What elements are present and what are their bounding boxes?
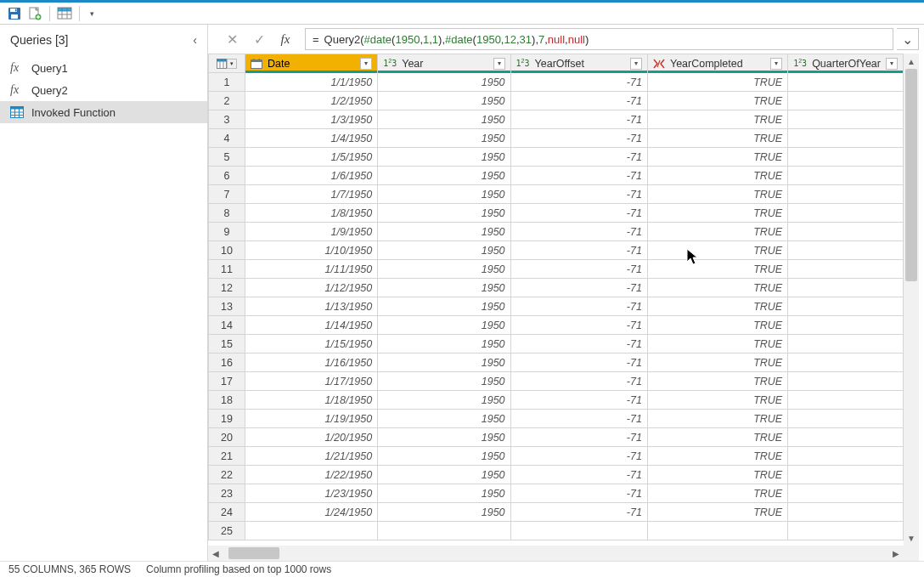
- cell-quarterofyear[interactable]: [788, 354, 904, 372]
- formula-cancel-button[interactable]: ✕: [220, 28, 244, 50]
- cell-year[interactable]: 1950: [378, 241, 510, 260]
- cell-yearcompleted[interactable]: TRUE: [647, 223, 787, 241]
- cell-yearcompleted[interactable]: TRUE: [647, 260, 787, 279]
- cell-yearcompleted[interactable]: TRUE: [647, 129, 787, 148]
- cell-yearoffset[interactable]: -71: [510, 92, 647, 110]
- cell-yearoffset[interactable]: -71: [510, 129, 647, 148]
- table-row[interactable]: 111/11/19501950-71TRUE: [209, 260, 904, 279]
- enter-data-button[interactable]: [55, 5, 74, 22]
- query-item-query2[interactable]: fxQuery2: [0, 79, 207, 101]
- cell-quarterofyear[interactable]: [788, 372, 904, 391]
- cell-yearoffset[interactable]: -71: [510, 466, 647, 484]
- cell-yearoffset[interactable]: -71: [510, 484, 647, 503]
- cell-date[interactable]: 1/1/1950: [245, 73, 378, 92]
- cell-yearcompleted[interactable]: [647, 522, 787, 540]
- cell-quarterofyear[interactable]: [788, 410, 904, 428]
- cell-quarterofyear[interactable]: [788, 484, 904, 503]
- cell-yearcompleted[interactable]: TRUE: [647, 148, 787, 167]
- row-index[interactable]: 6: [209, 167, 245, 185]
- cell-year[interactable]: 1950: [378, 391, 510, 410]
- table-row[interactable]: 191/19/19501950-71TRUE: [209, 410, 904, 428]
- row-index[interactable]: 16: [209, 354, 245, 372]
- formula-input[interactable]: = Query2(#date(1950, 1, 1), #date(1950, …: [305, 28, 893, 50]
- table-row[interactable]: 91/9/19501950-71TRUE: [209, 223, 904, 241]
- cell-year[interactable]: 1950: [378, 73, 510, 92]
- cell-yearcompleted[interactable]: TRUE: [647, 92, 787, 110]
- table-row[interactable]: 241/24/19501950-71TRUE: [209, 503, 904, 522]
- cell-date[interactable]: 1/19/1950: [245, 410, 378, 428]
- table-row[interactable]: 31/3/19501950-71TRUE: [209, 110, 904, 129]
- row-index[interactable]: 2: [209, 92, 245, 110]
- cell-year[interactable]: 1950: [378, 260, 510, 279]
- cell-quarterofyear[interactable]: [788, 316, 904, 335]
- cell-quarterofyear[interactable]: [788, 279, 904, 297]
- cell-yearcompleted[interactable]: TRUE: [647, 503, 787, 522]
- status-profiling[interactable]: Column profiling based on top 1000 rows: [146, 563, 331, 575]
- cell-year[interactable]: 1950: [378, 297, 510, 316]
- cell-yearoffset[interactable]: -71: [510, 260, 647, 279]
- table-row[interactable]: 25: [209, 522, 904, 540]
- cell-quarterofyear[interactable]: [788, 223, 904, 241]
- row-index[interactable]: 14: [209, 316, 245, 335]
- cell-date[interactable]: 1/5/1950: [245, 148, 378, 167]
- cell-yearcompleted[interactable]: TRUE: [647, 110, 787, 129]
- cell-year[interactable]: 1950: [378, 223, 510, 241]
- table-row[interactable]: 161/16/19501950-71TRUE: [209, 354, 904, 372]
- cell-date[interactable]: 1/11/1950: [245, 260, 378, 279]
- cell-year[interactable]: 1950: [378, 503, 510, 522]
- cell-yearoffset[interactable]: -71: [510, 73, 647, 92]
- save-button[interactable]: [5, 5, 24, 22]
- row-index[interactable]: 18: [209, 391, 245, 410]
- table-row[interactable]: 21/2/19501950-71TRUE: [209, 92, 904, 110]
- row-index[interactable]: 23: [209, 484, 245, 503]
- table-row[interactable]: 131/13/19501950-71TRUE: [209, 297, 904, 316]
- cell-yearoffset[interactable]: -71: [510, 167, 647, 185]
- cell-date[interactable]: 1/18/1950: [245, 391, 378, 410]
- chevron-down-icon[interactable]: ▾: [227, 59, 237, 69]
- table-row[interactable]: 51/5/19501950-71TRUE: [209, 148, 904, 167]
- cell-yearcompleted[interactable]: TRUE: [647, 185, 787, 204]
- cell-year[interactable]: 1950: [378, 428, 510, 447]
- scroll-right-icon[interactable]: ▶: [888, 546, 904, 561]
- cell-date[interactable]: 1/20/1950: [245, 428, 378, 447]
- formula-accept-button[interactable]: ✓: [247, 28, 271, 50]
- table-row[interactable]: 121/12/19501950-71TRUE: [209, 279, 904, 297]
- cell-yearoffset[interactable]: -71: [510, 391, 647, 410]
- cell-yearoffset[interactable]: -71: [510, 297, 647, 316]
- cell-yearoffset[interactable]: -71: [510, 503, 647, 522]
- cell-quarterofyear[interactable]: [788, 447, 904, 466]
- table-row[interactable]: 141/14/19501950-71TRUE: [209, 316, 904, 335]
- cell-quarterofyear[interactable]: [788, 148, 904, 167]
- cell-date[interactable]: 1/17/1950: [245, 372, 378, 391]
- formula-expand-button[interactable]: ⌄: [897, 28, 919, 50]
- cell-date[interactable]: 1/14/1950: [245, 316, 378, 335]
- cell-quarterofyear[interactable]: [788, 110, 904, 129]
- scroll-left-icon[interactable]: ◀: [208, 546, 223, 561]
- cell-yearoffset[interactable]: -71: [510, 110, 647, 129]
- row-index[interactable]: 22: [209, 466, 245, 484]
- row-index[interactable]: 7: [209, 185, 245, 204]
- horizontal-scrollbar[interactable]: ◀ ▶: [208, 546, 904, 561]
- cell-quarterofyear[interactable]: [788, 241, 904, 260]
- cell-yearcompleted[interactable]: TRUE: [647, 167, 787, 185]
- cell-yearoffset[interactable]: -71: [510, 185, 647, 204]
- cell-date[interactable]: 1/21/1950: [245, 447, 378, 466]
- cell-date[interactable]: 1/3/1950: [245, 110, 378, 129]
- table-row[interactable]: 81/8/19501950-71TRUE: [209, 204, 904, 223]
- row-index[interactable]: 24: [209, 503, 245, 522]
- row-index[interactable]: 15: [209, 335, 245, 354]
- column-header-yearcompleted[interactable]: YearCompleted▾: [647, 54, 787, 73]
- table-row[interactable]: 101/10/19501950-71TRUE: [209, 241, 904, 260]
- cell-date[interactable]: 1/8/1950: [245, 204, 378, 223]
- cell-date[interactable]: 1/2/1950: [245, 92, 378, 110]
- cell-quarterofyear[interactable]: [788, 503, 904, 522]
- scroll-up-icon[interactable]: ▲: [904, 54, 919, 69]
- cell-year[interactable]: [378, 522, 510, 540]
- row-index[interactable]: 8: [209, 204, 245, 223]
- cell-date[interactable]: 1/6/1950: [245, 167, 378, 185]
- cell-quarterofyear[interactable]: [788, 185, 904, 204]
- table-row[interactable]: 201/20/19501950-71TRUE: [209, 428, 904, 447]
- grid-corner-cell[interactable]: ▾: [209, 54, 245, 73]
- cell-quarterofyear[interactable]: [788, 204, 904, 223]
- cell-quarterofyear[interactable]: [788, 260, 904, 279]
